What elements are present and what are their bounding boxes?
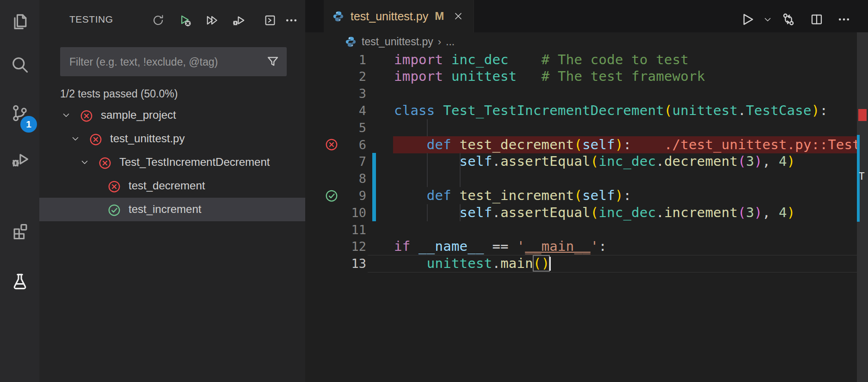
code-line-6[interactable]: def test_decrement(self): ./test_unittes… [394, 136, 857, 153]
token-fn: test_decrement [460, 137, 574, 152]
code-line-10[interactable]: self.assertEqual(inc_dec.increment(3), 4… [394, 204, 795, 221]
test-tree-item-test_decrement[interactable]: test_decrement [39, 174, 305, 198]
token-b1: ( [533, 255, 542, 271]
token-pun [631, 137, 664, 152]
activity-item-extensions[interactable] [0, 211, 39, 251]
token-type: inc_dec [599, 205, 656, 220]
search-icon [10, 55, 30, 75]
line-number: 11 [333, 221, 366, 238]
token-b1: ( [574, 137, 582, 152]
refresh-tests-button[interactable] [151, 13, 166, 28]
token-type: unittest [427, 255, 492, 271]
token-type: Test_TestIncrementDecrement [443, 103, 664, 118]
token-pun: : [623, 188, 632, 203]
code-line-12[interactable]: if __name__ == '__main__': [394, 238, 607, 255]
vscode-window: 1 TESTING 1/2 tests passed (50.0%) sampl… [0, 0, 868, 382]
output-panel-icon [263, 13, 277, 27]
breadcrumb-file[interactable]: test_unittest.py [362, 36, 433, 48]
token-b2: ) [754, 153, 763, 169]
git-modified-gutter[interactable] [372, 153, 376, 221]
token-var: self [582, 137, 615, 152]
breadcrumb-symbol[interactable]: ... [446, 36, 455, 48]
editor-tab-bar: test_unittest.py M [305, 0, 868, 32]
close-icon[interactable] [452, 10, 464, 22]
debug-tests-button[interactable] [231, 13, 246, 28]
line-number: 3 [333, 85, 366, 102]
activity-bar: 1 [0, 0, 39, 382]
token-fn: assertEqual [500, 205, 591, 220]
test-filter-input[interactable] [68, 47, 260, 77]
line-number: 6 [333, 136, 366, 153]
code-line-1[interactable]: import inc_dec # The code to test [394, 51, 689, 68]
refresh-icon [151, 13, 165, 27]
chevron-down-icon[interactable] [61, 110, 72, 121]
code-line-7[interactable]: self.assertEqual(inc_dec.decrement(3), 4… [394, 153, 795, 170]
token-def: class [394, 103, 435, 118]
token-b1: ) [542, 255, 550, 271]
token-var: self [460, 205, 492, 220]
open-changes-button[interactable] [780, 11, 797, 28]
token-pun: , [763, 205, 771, 220]
activity-item-run-and-debug[interactable] [0, 139, 39, 180]
activity-item-testing[interactable] [0, 261, 39, 302]
token-pun [451, 188, 460, 203]
token-b1: ) [787, 205, 795, 220]
editor[interactable]: test_unittest.py › ... 1import inc_dec #… [305, 32, 857, 382]
filter-funnel-icon[interactable] [265, 54, 280, 69]
token-err: ./test_unittest.py::Test_TestIncrementDe… [664, 137, 857, 152]
activity-item-source-control[interactable]: 1 [0, 93, 39, 133]
test-tree-item-test_unittest.py[interactable]: test_unittest.py [39, 127, 305, 151]
line-number: 5 [333, 119, 366, 136]
python-icon [345, 36, 357, 48]
test-label: test_unittest.py [110, 132, 185, 145]
token-pun [484, 238, 492, 254]
token-pun: . [738, 103, 746, 118]
code-line-4[interactable]: class Test_TestIncrementDecrement(unitte… [394, 102, 828, 119]
token-fn: increment [664, 205, 738, 220]
test-tree-item-test_increment[interactable]: test_increment [39, 198, 305, 221]
beaker-icon [10, 272, 30, 292]
code-line-9[interactable]: def test_increment(self): [394, 187, 631, 204]
token-pun: . [492, 153, 500, 169]
line-number: 10 [333, 204, 366, 221]
debug-icon [10, 149, 30, 170]
activity-item-search[interactable] [0, 44, 39, 85]
token-pun: == [492, 238, 508, 254]
files-icon [10, 12, 30, 32]
test-label: test_decrement [129, 179, 205, 192]
bracket-match-highlight: () [533, 255, 549, 271]
indent-guide [427, 119, 428, 136]
ellipsis-icon [284, 13, 298, 27]
run-python-file-button[interactable] [739, 11, 756, 28]
token-type: inc_dec [599, 153, 656, 169]
testing-sidebar: TESTING 1/2 tests passed (50.0%) sample_… [39, 0, 305, 382]
rerun-failed-tests-button[interactable] [178, 13, 192, 28]
code-line-13[interactable]: unittest.main() [394, 255, 549, 272]
more-editor-actions-button[interactable] [836, 11, 852, 28]
token-var: self [460, 153, 492, 169]
token-str: ' [517, 238, 525, 254]
sidebar-title: TESTING [69, 14, 113, 25]
tab-test-unittest[interactable]: test_unittest.py M [324, 0, 474, 32]
error-marker [858, 109, 867, 121]
test-tree-item-sample_project[interactable]: sample_project [39, 103, 305, 127]
token-var: self [582, 188, 615, 203]
overview-ruler[interactable]: T [857, 32, 868, 382]
activity-item-explorer[interactable] [0, 1, 39, 42]
code-line-2[interactable]: import unittest # The test framework [394, 68, 705, 85]
tab-title: test_unittest.py [351, 10, 428, 23]
token-pun [509, 52, 542, 67]
token-num: 3 [746, 205, 754, 220]
split-editor-button[interactable] [808, 11, 825, 28]
token-pun: . [492, 205, 500, 220]
token-num: 4 [779, 153, 787, 169]
run-dropdown-button[interactable] [759, 11, 776, 28]
test-tree-item-Test_TestIncrementDecrement[interactable]: Test_TestIncrementDecrement [39, 151, 305, 174]
token-type: TestCase [746, 103, 812, 118]
run-all-tests-button[interactable] [204, 13, 219, 28]
token-pun: : [623, 137, 632, 152]
chevron-down-icon[interactable] [70, 133, 81, 145]
show-output-button[interactable] [263, 13, 277, 28]
more-actions-button[interactable] [284, 13, 299, 28]
chevron-down-icon[interactable] [80, 157, 91, 168]
